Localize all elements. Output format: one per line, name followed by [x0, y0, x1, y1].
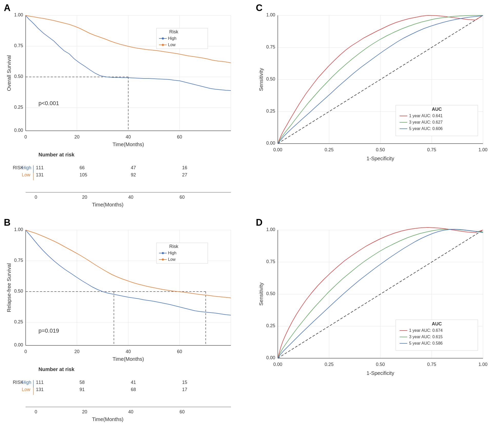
svg-text:1-Specificity: 1-Specificity: [367, 156, 394, 161]
svg-text:0.00: 0.00: [266, 355, 275, 360]
svg-text:27: 27: [182, 172, 187, 177]
svg-text:15: 15: [182, 380, 187, 385]
svg-text:41: 41: [131, 380, 136, 385]
svg-text:131: 131: [36, 387, 44, 392]
main-grid: A 0.00 0.25 0.50 0.75 1.00: [0, 0, 504, 429]
svg-text:0.75: 0.75: [427, 362, 436, 367]
svg-text:0: 0: [35, 195, 37, 200]
svg-text:20: 20: [74, 349, 80, 354]
svg-point-121: [162, 258, 164, 261]
svg-text:0.75: 0.75: [427, 147, 436, 152]
svg-text:20: 20: [82, 195, 87, 200]
svg-text:High: High: [22, 380, 31, 385]
svg-text:High: High: [22, 165, 31, 170]
svg-text:0.50: 0.50: [376, 362, 385, 367]
svg-text:0: 0: [24, 349, 27, 354]
svg-text:1 year AUC: 0.641: 1 year AUC: 0.641: [409, 114, 443, 118]
svg-text:0.75: 0.75: [266, 259, 275, 264]
svg-text:0.50: 0.50: [14, 288, 23, 294]
panel-B: B 0.00 0.25 0.50 0.75 1.00 0 20: [0, 215, 252, 429]
svg-text:68: 68: [131, 387, 136, 392]
svg-text:60: 60: [180, 409, 185, 414]
panel-A: A 0.00 0.25 0.50 0.75 1.00: [0, 0, 252, 215]
svg-text:Low: Low: [22, 387, 31, 392]
svg-text:16: 16: [182, 165, 187, 170]
svg-text:Sensitivity: Sensitivity: [258, 282, 264, 305]
svg-text:0: 0: [35, 409, 37, 414]
svg-text:p=0.019: p=0.019: [38, 327, 59, 334]
svg-text:High: High: [168, 36, 176, 41]
svg-text:20: 20: [82, 409, 87, 414]
svg-text:1.00: 1.00: [266, 12, 275, 17]
svg-point-118: [162, 252, 164, 254]
svg-text:131: 131: [36, 172, 44, 177]
svg-text:105: 105: [80, 172, 87, 177]
svg-text:92: 92: [131, 172, 136, 177]
svg-text:0.25: 0.25: [324, 147, 333, 152]
svg-text:Time(Months): Time(Months): [92, 416, 124, 422]
svg-text:40: 40: [126, 134, 131, 139]
svg-text:AUC: AUC: [432, 107, 442, 112]
panel-D-label: D: [256, 217, 263, 228]
svg-text:0.00: 0.00: [14, 128, 23, 133]
svg-text:3 year AUC: 0.615: 3 year AUC: 0.615: [409, 335, 443, 339]
svg-text:91: 91: [80, 387, 85, 392]
panel-B-label: B: [4, 217, 11, 228]
svg-text:0.50: 0.50: [266, 291, 275, 296]
svg-text:0.75: 0.75: [14, 43, 23, 48]
svg-text:Overall Survival: Overall Survival: [6, 55, 12, 91]
svg-text:0.25: 0.25: [14, 105, 23, 110]
svg-text:Time(Months): Time(Months): [92, 202, 124, 207]
svg-text:1.00: 1.00: [14, 227, 23, 232]
svg-text:Sensitivity: Sensitivity: [258, 68, 264, 91]
svg-text:58: 58: [80, 380, 85, 385]
svg-text:p<0.001: p<0.001: [38, 100, 59, 106]
svg-text:0: 0: [24, 134, 27, 139]
svg-text:Time(Months): Time(Months): [113, 142, 144, 147]
panel-B-chart: 0.00 0.25 0.50 0.75 1.00 0 20 40 60 Time…: [5, 222, 246, 425]
svg-text:Risk: Risk: [169, 244, 179, 249]
svg-text:0.25: 0.25: [266, 323, 275, 328]
svg-text:Low: Low: [168, 43, 176, 47]
panel-D: D 0.00 0.25 0.50 0.75 1.00: [252, 215, 504, 429]
panel-D-chart: 0.00 0.25 0.50 0.75 1.00 0.00 0.25 0.50 …: [257, 222, 498, 425]
svg-text:111: 111: [36, 380, 44, 385]
panel-C-label: C: [256, 3, 263, 13]
svg-text:40: 40: [128, 195, 133, 200]
svg-text:0.00: 0.00: [273, 362, 282, 367]
svg-text:0.50: 0.50: [376, 147, 385, 152]
svg-text:Number at risk: Number at risk: [38, 152, 75, 157]
svg-text:40: 40: [128, 409, 133, 414]
panel-A-chart: 0.00 0.25 0.50 0.75 1.00 0 20 40 60 Time…: [5, 8, 246, 210]
svg-text:High: High: [168, 251, 176, 255]
svg-text:0.50: 0.50: [266, 76, 275, 82]
svg-text:5 year AUC: 0.606: 5 year AUC: 0.606: [409, 126, 443, 131]
svg-text:60: 60: [180, 195, 185, 200]
svg-text:20: 20: [74, 134, 80, 139]
svg-text:111: 111: [36, 165, 44, 170]
svg-point-32: [162, 44, 164, 46]
svg-text:60: 60: [177, 349, 182, 354]
svg-text:17: 17: [182, 387, 187, 392]
svg-text:0.00: 0.00: [273, 147, 282, 152]
svg-text:0.00: 0.00: [266, 141, 275, 146]
svg-text:1.00: 1.00: [14, 12, 23, 17]
svg-text:1.00: 1.00: [478, 362, 487, 367]
svg-text:Low: Low: [168, 257, 176, 262]
svg-text:60: 60: [177, 134, 182, 139]
svg-point-29: [162, 37, 164, 39]
svg-text:1 year AUC: 0.674: 1 year AUC: 0.674: [409, 328, 443, 333]
svg-text:1.00: 1.00: [266, 227, 275, 232]
panel-C-chart: 0.00 0.25 0.50 0.75 1.00 0.00 0.25 0.50 …: [257, 8, 498, 210]
svg-text:66: 66: [80, 165, 85, 170]
svg-text:0.25: 0.25: [324, 362, 333, 367]
svg-text:Time(Months): Time(Months): [113, 356, 144, 362]
svg-text:0.25: 0.25: [14, 319, 23, 324]
panel-A-label: A: [4, 3, 11, 13]
svg-text:Low: Low: [22, 172, 31, 177]
svg-text:0.50: 0.50: [14, 74, 23, 79]
svg-text:5 year AUC: 0.586: 5 year AUC: 0.586: [409, 341, 443, 345]
svg-text:AUC: AUC: [432, 321, 442, 326]
svg-text:Risk: Risk: [169, 29, 179, 34]
svg-text:1.00: 1.00: [478, 147, 487, 152]
